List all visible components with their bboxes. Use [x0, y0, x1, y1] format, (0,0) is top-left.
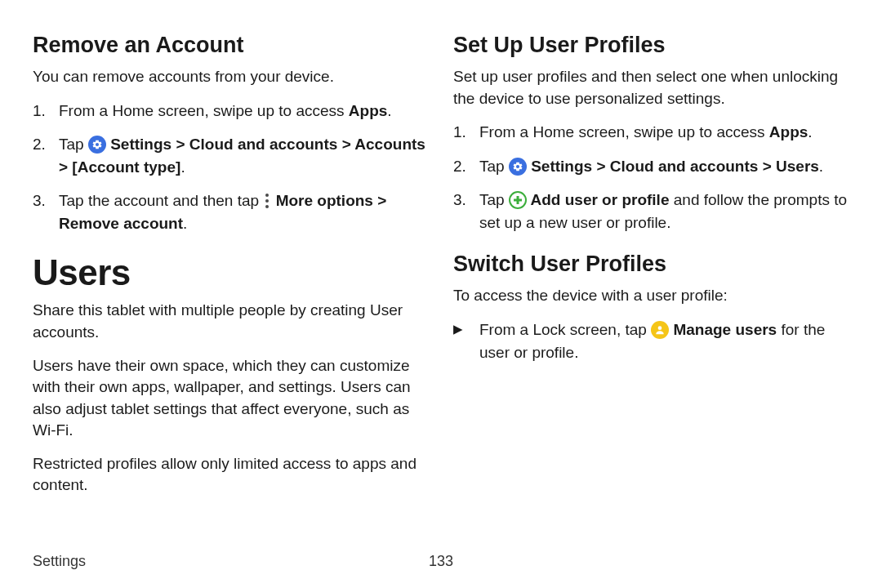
- svg-point-0: [265, 194, 269, 197]
- bold-apps: Apps: [769, 123, 808, 140]
- paragraph-users-1: Share this tablet with multiple people b…: [33, 300, 429, 343]
- step-number: 3.: [33, 189, 46, 212]
- step-text: Tap: [479, 158, 509, 175]
- settings-gear-icon: [88, 136, 106, 154]
- steps-setup-profiles: 1. From a Home screen, swipe up to acces…: [453, 121, 849, 234]
- step-text-end: .: [183, 215, 187, 232]
- bold-manage-users: Manage users: [669, 321, 777, 338]
- step-number: 2.: [33, 133, 46, 156]
- paragraph-users-3: Restricted profiles allow only limited a…: [33, 453, 429, 497]
- triangle-bullet-icon: ▶: [453, 320, 463, 338]
- step-number: 1.: [33, 100, 46, 122]
- step-text: Tap: [59, 136, 88, 153]
- bold-add-user: Add user or profile: [527, 191, 670, 208]
- step-text: Tap the account and then tap: [59, 192, 263, 209]
- step-2: 2. Tap Settings > Cloud and accounts > A…: [33, 133, 429, 178]
- step-1: 1. From a Home screen, swipe up to acces…: [33, 100, 429, 122]
- paragraph-users-2: Users have their own space, which they c…: [33, 355, 429, 442]
- step-number: 2.: [453, 155, 466, 178]
- svg-point-1: [265, 199, 269, 203]
- two-column-layout: Remove an Account You can remove account…: [33, 29, 849, 508]
- more-options-icon: [263, 192, 271, 210]
- step-text-end: .: [819, 158, 823, 175]
- settings-gear-icon: [509, 158, 527, 176]
- step-number: 1.: [453, 121, 466, 144]
- heading-remove-account: Remove an Account: [33, 33, 429, 58]
- step-text: From a Home screen, swipe up to access: [479, 123, 769, 140]
- step-text: From a Lock screen, tap: [479, 321, 651, 338]
- step-text-end: .: [387, 102, 391, 119]
- step-3: 3. Tap Add user or profile and follow th…: [453, 189, 849, 234]
- right-column: Set Up User Profiles Set up user profile…: [453, 29, 849, 508]
- steps-remove-account: 1. From a Home screen, swipe up to acces…: [33, 100, 429, 235]
- svg-point-5: [658, 326, 662, 330]
- step-1: 1. From a Home screen, swipe up to acces…: [453, 121, 849, 144]
- paragraph-setup-intro: Set up user profiles and then select one…: [453, 66, 849, 109]
- page-footer: Settings 133: [33, 553, 849, 570]
- paragraph-switch-intro: To access the device with a user profile…: [453, 285, 849, 307]
- bold-path: Settings > Cloud and accounts > Accounts…: [59, 136, 425, 176]
- step-text-end: .: [808, 123, 812, 140]
- user-avatar-icon: [651, 321, 669, 339]
- step-2: 2. Tap Settings > Cloud and accounts > U…: [453, 155, 849, 178]
- step-text: Tap: [479, 191, 509, 208]
- step-text-end: .: [180, 158, 185, 176]
- heading-users: Users: [33, 252, 429, 293]
- heading-setup-profiles: Set Up User Profiles: [453, 33, 849, 58]
- left-column: Remove an Account You can remove account…: [33, 29, 429, 508]
- paragraph-remove-intro: You can remove accounts from your device…: [33, 66, 429, 88]
- step-number: 3.: [453, 189, 466, 212]
- step-text: From a Home screen, swipe up to access: [59, 102, 349, 119]
- svg-point-2: [265, 205, 269, 208]
- add-plus-icon: [509, 191, 527, 209]
- bold-apps: Apps: [349, 102, 388, 119]
- footer-section: Settings: [33, 553, 86, 569]
- heading-switch-profiles: Switch User Profiles: [453, 252, 849, 277]
- step-3: 3. Tap the account and then tap More opt…: [33, 189, 429, 234]
- footer-page-number: 133: [429, 553, 453, 570]
- bold-path: Settings > Cloud and accounts > Users: [527, 158, 819, 175]
- bullet-switch: ▶ From a Lock screen, tap Manage users f…: [453, 318, 849, 363]
